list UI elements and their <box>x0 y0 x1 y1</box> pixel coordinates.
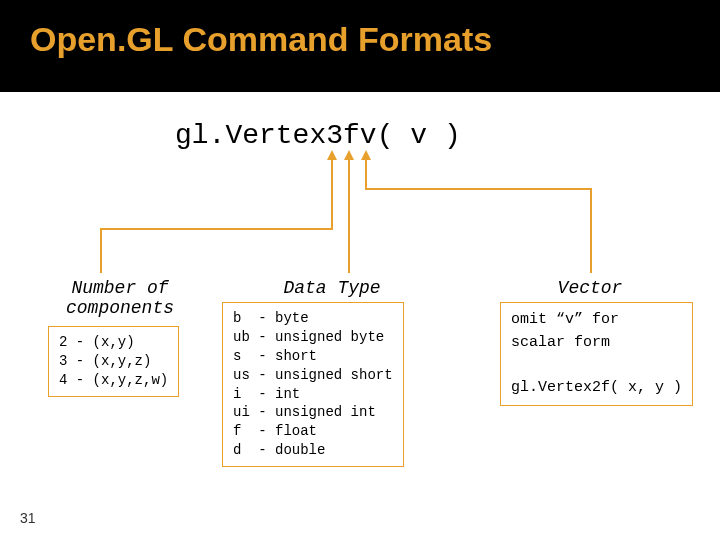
drop-right <box>590 188 592 273</box>
arrow-head-num <box>327 150 337 160</box>
drop-mid <box>348 208 350 273</box>
h-right <box>365 188 590 190</box>
page-number: 31 <box>20 510 36 526</box>
header-bar: Open.GL Command Formats <box>0 0 720 92</box>
arrow-head-vec <box>361 150 371 160</box>
cmd-open: ( <box>377 120 394 151</box>
right-box: omit “v” for scalar form gl.Vertex2f( x,… <box>500 302 693 406</box>
left-title: Number of components <box>55 278 185 318</box>
arrow-head-type <box>344 150 354 160</box>
command-expression: gl.Vertex3fv( v ) <box>175 120 461 151</box>
mid-box: b - byte ub - unsigned byte s - short us… <box>222 302 404 467</box>
cmd-vec: v <box>360 120 377 151</box>
riser-type <box>348 160 350 210</box>
mid-title: Data Type <box>252 278 412 298</box>
cmd-close: ) <box>444 120 461 151</box>
h-left <box>100 228 333 230</box>
riser-vec <box>365 160 367 190</box>
right-title: Vector <box>540 278 640 298</box>
cmd-prefix: gl.Vertex <box>175 120 326 151</box>
left-box: 2 - (x,y) 3 - (x,y,z) 4 - (x,y,z,w) <box>48 326 179 397</box>
page-title: Open.GL Command Formats <box>30 20 690 59</box>
cmd-num: 3 <box>326 120 343 151</box>
cmd-type: f <box>343 120 360 151</box>
riser-num <box>331 160 333 230</box>
cmd-arg: v <box>393 120 443 151</box>
drop-left <box>100 228 102 273</box>
